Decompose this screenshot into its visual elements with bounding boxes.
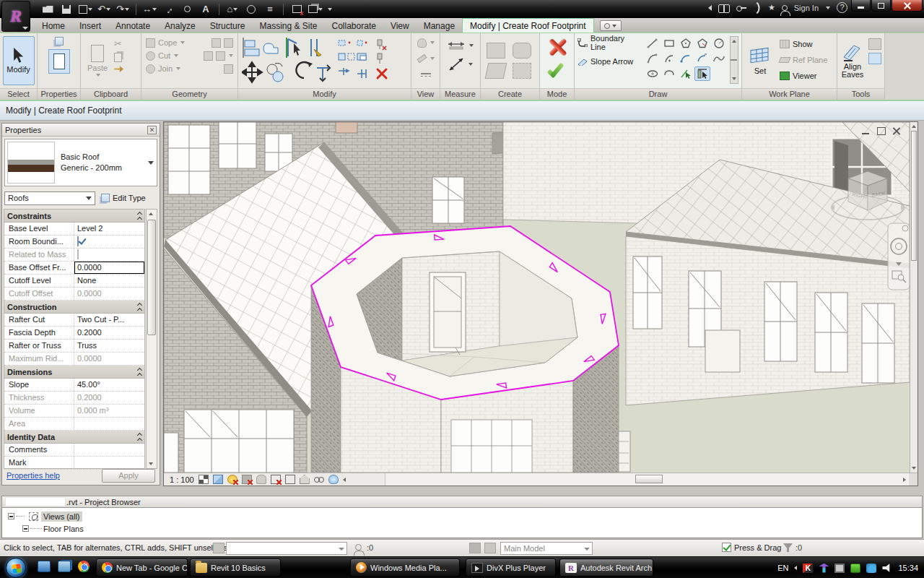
communication-center-icon[interactable] — [751, 1, 763, 14]
temporary-hide-isolate-icon[interactable] — [314, 475, 324, 484]
shadows-icon[interactable] — [242, 475, 252, 484]
draw-rectangle-tool[interactable] — [661, 36, 677, 51]
display-tray-icon[interactable] — [834, 564, 845, 573]
undo-button[interactable]: ↶ — [97, 3, 111, 16]
apply-button[interactable]: Apply — [102, 469, 155, 483]
redo-button[interactable]: ↷ — [116, 3, 130, 16]
eave-height-button[interactable] — [868, 38, 881, 50]
subscription-center-icon[interactable] — [736, 6, 746, 10]
viewer-button[interactable]: Viewer — [780, 69, 827, 82]
tree-item-views-all[interactable]: Views (all) — [2, 510, 922, 522]
prop-row-base-offset[interactable]: Base Offset Fr...0.0000 — [4, 262, 144, 275]
floor-plans-expander-icon[interactable] — [22, 525, 29, 532]
switch-windows-quicklaunch-icon[interactable] — [58, 561, 71, 572]
language-indicator[interactable]: EN — [777, 564, 788, 572]
draw-fillet-arc-tool[interactable] — [694, 51, 710, 66]
prop-row-rafter-or-truss[interactable]: Rafter or TrussTruss — [4, 340, 144, 353]
tab-massing-site[interactable]: Massing & Site — [252, 19, 324, 33]
taskbar-button-revit[interactable]: R Autodesk Revit Arch... — [559, 558, 653, 577]
customize-qat-arrow-icon[interactable] — [328, 8, 332, 11]
press-drag-checkbox[interactable] — [722, 543, 731, 552]
properties-palette-button[interactable] — [48, 49, 70, 74]
detail-level-icon[interactable] — [199, 475, 209, 484]
measure-between-refs-button[interactable] — [447, 39, 474, 52]
eave-offset-button[interactable] — [868, 53, 881, 64]
sign-in-arrow-icon[interactable] — [826, 7, 830, 9]
category-filter-combo[interactable]: Roofs — [4, 191, 95, 205]
view-restore-icon[interactable] — [876, 127, 886, 135]
restore-button[interactable] — [871, 0, 891, 12]
align-eaves-button[interactable]: Align Eaves — [840, 35, 866, 86]
cut-geometry-button[interactable]: Cut — [146, 49, 233, 62]
draw-partial-ellipse-tool[interactable] — [661, 66, 677, 81]
filter-icon[interactable] — [783, 543, 793, 552]
draw-start-end-radius-arc-tool[interactable] — [645, 51, 661, 66]
underlay-button[interactable] — [421, 68, 431, 81]
draw-inscribed-polygon-tool[interactable] — [678, 36, 694, 51]
minimize-button[interactable] — [851, 0, 871, 12]
draw-center-ends-arc-tool[interactable] — [661, 51, 677, 66]
viewport-scene[interactable]: RIGHT BACK — [164, 122, 910, 473]
prop-row-comments[interactable]: Comments — [4, 444, 144, 457]
horizontal-scrollbar-thumb[interactable] — [635, 475, 663, 483]
volume-tray-icon[interactable] — [882, 564, 892, 573]
view-close-icon[interactable] — [892, 127, 902, 135]
taskbar-button-folder[interactable]: Revit 10 Basics — [190, 558, 281, 577]
power-tray-icon[interactable] — [850, 564, 860, 573]
prop-row-room-bounding[interactable]: Room Boundi... — [4, 236, 144, 249]
collapse-view-bar-icon[interactable] — [343, 478, 346, 482]
clock[interactable]: 15:34 — [898, 564, 918, 572]
type-properties-button[interactable] — [55, 37, 64, 46]
tree-item-floor-plans[interactable]: Floor Plans — [2, 522, 922, 535]
show-work-plane-button[interactable]: Show — [780, 38, 827, 51]
properties-scrollbar[interactable] — [146, 209, 157, 469]
type-selector[interactable]: Basic Roof Generic - 200mm — [4, 139, 157, 186]
views-expander-icon[interactable] — [8, 513, 14, 519]
edit-type-button[interactable]: Edit Type — [101, 194, 146, 202]
measure-along-element-button[interactable] — [448, 58, 473, 71]
show-desktop-icon[interactable] — [38, 561, 51, 572]
vertical-scrollbar-thumb[interactable] — [911, 131, 917, 261]
close-hidden-windows-button[interactable] — [289, 3, 304, 16]
measure-button[interactable]: ↔ — [142, 3, 157, 16]
cut-to-clipboard-icon[interactable]: ✂ — [114, 38, 123, 49]
properties-title-bar[interactable]: Properties ✕ — [2, 124, 160, 137]
prop-row-fascia-depth[interactable]: Fascia Depth0.2000 — [4, 327, 144, 340]
crop-view-icon[interactable] — [271, 475, 281, 484]
slope-arrow-option[interactable]: Slope Arrow — [578, 55, 642, 68]
draw-circle-tool[interactable] — [711, 36, 727, 51]
tab-structure[interactable]: Structure — [203, 19, 253, 33]
worksets-combo[interactable] — [226, 542, 347, 555]
navigation-bar[interactable] — [888, 223, 910, 290]
sun-path-icon[interactable] — [227, 475, 237, 484]
design-options-icon[interactable] — [484, 543, 496, 553]
show-rendering-dialog-icon[interactable] — [256, 475, 266, 484]
properties-help-link[interactable]: Properties help — [6, 471, 60, 480]
tab-modify-create-roof-footprint[interactable]: Modify | Create Roof Footprint — [462, 18, 594, 33]
properties-scrollbar-thumb[interactable] — [147, 220, 156, 335]
prop-row-base-level[interactable]: Base LevelLevel 2 — [4, 223, 144, 236]
project-browser-title-bar[interactable]: .rvt - Project Browser — [1, 496, 923, 508]
search-icon[interactable] — [718, 4, 730, 12]
resize-grip[interactable] — [909, 473, 918, 486]
pick-walls-tool[interactable] — [694, 66, 710, 81]
design-options-combo[interactable]: Main Model — [500, 542, 593, 555]
show-crop-region-icon[interactable] — [285, 475, 295, 484]
reveal-hidden-elements-icon[interactable] — [328, 475, 339, 484]
group-construction[interactable]: Construction — [4, 301, 144, 314]
prop-row-slope[interactable]: Slope45.00° — [4, 379, 144, 392]
match-type-icon[interactable] — [114, 66, 123, 72]
cope-button[interactable]: Cope — [146, 36, 233, 49]
create-assembly-icon[interactable] — [484, 63, 507, 79]
aligned-dimension-button[interactable]: ↔ — [159, 0, 178, 19]
quicklaunch-overflow-chevron[interactable]: » — [84, 559, 88, 568]
close-button[interactable] — [892, 0, 923, 12]
modify-tool-button[interactable]: Modify — [3, 36, 35, 85]
switch-windows-button[interactable] — [308, 3, 323, 16]
visual-style-icon[interactable] — [213, 475, 223, 484]
collapse-infocenter-icon[interactable] — [708, 5, 712, 11]
view-scale[interactable]: 1 : 100 — [170, 475, 194, 484]
draw-line-tool[interactable] — [645, 36, 661, 51]
finish-edit-mode-button[interactable] — [548, 62, 567, 78]
view-minimize-icon[interactable] — [861, 127, 871, 135]
